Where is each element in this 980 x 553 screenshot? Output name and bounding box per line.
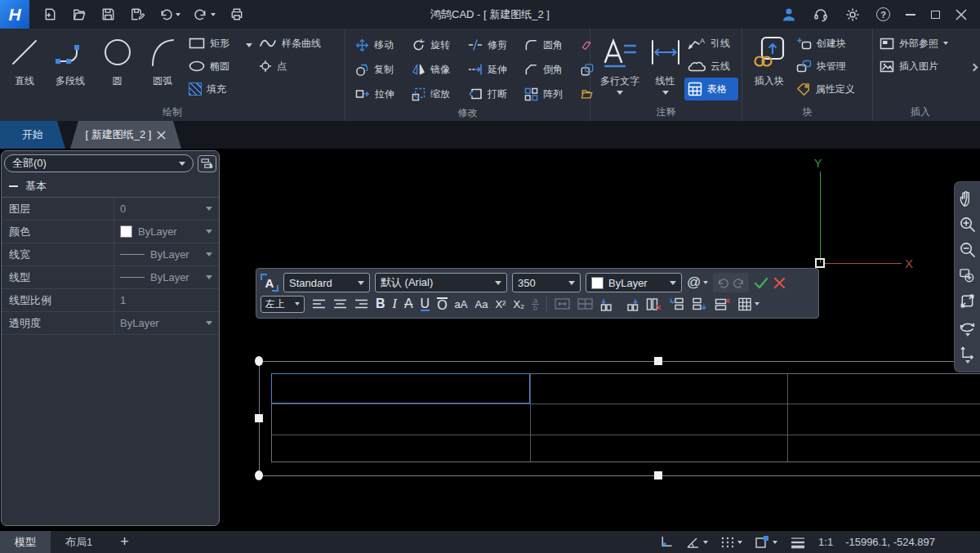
align-center-icon[interactable]: [333, 298, 347, 310]
grip-bottom-middle[interactable]: [654, 471, 662, 479]
font-combo[interactable]: 默认 (Arial): [375, 273, 507, 292]
rectangle-dropdown-icon[interactable]: [246, 43, 252, 47]
mtext-dropdown-icon[interactable]: [617, 91, 623, 95]
text-color-combo[interactable]: ByLayer: [586, 273, 682, 292]
linetype-value[interactable]: ByLayer: [114, 266, 219, 288]
point-button[interactable]: 点: [256, 55, 334, 78]
linetype-dropdown-icon[interactable]: [206, 275, 212, 279]
xref-dropdown-icon[interactable]: [943, 42, 948, 45]
line-button[interactable]: 直线: [3, 30, 46, 105]
lowercase-button[interactable]: aA: [455, 298, 468, 310]
zoom-extents-icon[interactable]: [959, 292, 976, 310]
align-right-icon[interactable]: [354, 298, 368, 310]
tab-start[interactable]: 开始: [0, 121, 65, 149]
ellipse-button[interactable]: 椭圆: [185, 55, 246, 78]
subscript-button[interactable]: X₂: [513, 298, 524, 310]
grip-bottom-left[interactable]: [255, 470, 263, 480]
insert-image-button[interactable]: 插入图片: [876, 55, 964, 78]
color-dropdown-icon[interactable]: [206, 230, 212, 234]
lineweight-display-icon[interactable]: [790, 536, 806, 549]
delete-column-icon[interactable]: [646, 297, 662, 311]
save-icon[interactable]: [100, 7, 116, 22]
redo-button[interactable]: [194, 7, 216, 21]
scale-button[interactable]: 缩放: [408, 83, 465, 105]
rectangle-button[interactable]: 矩形: [185, 32, 246, 55]
table-entity[interactable]: [271, 373, 980, 462]
tab-close-icon[interactable]: [157, 131, 166, 140]
orbit-icon[interactable]: [959, 318, 976, 337]
cancel-icon[interactable]: [773, 277, 786, 289]
grip-left-middle[interactable]: [255, 414, 263, 422]
superscript-button[interactable]: X²: [495, 298, 506, 310]
text-height-combo[interactable]: 350: [512, 273, 581, 292]
arc-button[interactable]: 圆弧: [140, 30, 185, 105]
ucs-origin-grip[interactable]: [815, 258, 825, 268]
help-icon[interactable]: ?: [876, 7, 890, 21]
mirror-button[interactable]: 镜像: [408, 58, 465, 81]
user-icon[interactable]: [781, 7, 797, 23]
selection-filter-combo[interactable]: 全部(0): [4, 154, 194, 172]
block-manager-button[interactable]: 块管理: [793, 55, 869, 78]
lineweight-value[interactable]: ByLayer: [114, 243, 219, 265]
polyline-button[interactable]: 多段线: [46, 30, 95, 105]
array-button[interactable]: 阵列: [521, 83, 577, 105]
stretch-button[interactable]: 拉伸: [352, 83, 408, 105]
add-layout-button[interactable]: +: [107, 533, 142, 551]
object-snap-icon[interactable]: [755, 535, 777, 549]
circle-button[interactable]: 圆: [95, 30, 140, 105]
maximize-icon[interactable]: [931, 11, 940, 19]
stack-fraction-button[interactable]: a b: [532, 297, 539, 311]
app-logo[interactable]: H: [0, 0, 29, 29]
delete-row-icon[interactable]: [715, 297, 730, 311]
color-value[interactable]: ByLayer: [114, 221, 219, 243]
justify-combo[interactable]: 左上: [261, 296, 305, 313]
lineweight-dropdown-icon[interactable]: [206, 252, 212, 256]
unmerge-cells-icon[interactable]: [577, 298, 593, 310]
grip-top-middle[interactable]: [654, 357, 662, 365]
fillet-button[interactable]: 圆角: [521, 33, 577, 56]
table-button[interactable]: 表格: [684, 78, 738, 100]
insert-column-right-icon[interactable]: [623, 297, 639, 311]
minimize-icon[interactable]: [906, 14, 915, 16]
bold-button[interactable]: B: [376, 297, 385, 311]
ribbon-expand-button[interactable]: [968, 29, 980, 105]
zoom-window-icon[interactable]: [959, 267, 976, 284]
insert-symbol-button[interactable]: @: [687, 273, 708, 292]
grip-top-left[interactable]: [255, 356, 263, 366]
break-button[interactable]: 打断: [465, 83, 521, 105]
save-as-icon[interactable]: [129, 7, 145, 22]
editor-redo-icon[interactable]: [733, 277, 746, 289]
merge-cells-icon[interactable]: [555, 298, 570, 310]
chamfer-button[interactable]: 倒角: [521, 58, 577, 81]
linear-dim-dropdown-icon[interactable]: [662, 91, 669, 95]
transparency-value[interactable]: ByLayer: [114, 312, 219, 334]
ucs-axes-icon[interactable]: [959, 345, 976, 363]
linear-dim-button[interactable]: 线性: [646, 30, 684, 105]
insert-column-left-icon[interactable]: [600, 297, 616, 311]
zoom-out-icon[interactable]: [959, 241, 976, 258]
leader-button[interactable]: A 引线: [684, 32, 738, 55]
text-style-combo[interactable]: Standard: [283, 273, 370, 292]
new-file-icon[interactable]: [42, 7, 58, 22]
table-active-cell[interactable]: [271, 373, 530, 404]
section-basic[interactable]: 基本: [2, 176, 219, 198]
undo-button[interactable]: [158, 7, 180, 21]
editor-undo-icon[interactable]: [716, 277, 729, 289]
insert-row-above-icon[interactable]: [669, 297, 684, 311]
print-icon[interactable]: [229, 7, 245, 22]
confirm-icon[interactable]: [754, 277, 768, 289]
zoom-in-icon[interactable]: [959, 216, 976, 233]
xref-button[interactable]: 外部参照: [876, 32, 964, 55]
hatch-button[interactable]: 填充: [185, 78, 246, 100]
move-button[interactable]: 移动: [352, 33, 408, 56]
uppercase-button[interactable]: Aa: [474, 298, 488, 310]
layer-value[interactable]: 0: [114, 198, 219, 220]
linetype-scale-value[interactable]: 1: [114, 289, 219, 311]
annotation-scale[interactable]: 1:1: [818, 536, 833, 548]
redo-dropdown-icon[interactable]: [211, 13, 216, 16]
trim-button[interactable]: 修剪: [465, 33, 521, 56]
strikethrough-button[interactable]: A: [404, 297, 413, 311]
revcloud-button[interactable]: 云线: [684, 55, 738, 78]
underline-button[interactable]: U: [421, 297, 430, 311]
extend-button[interactable]: 延伸: [465, 58, 521, 81]
